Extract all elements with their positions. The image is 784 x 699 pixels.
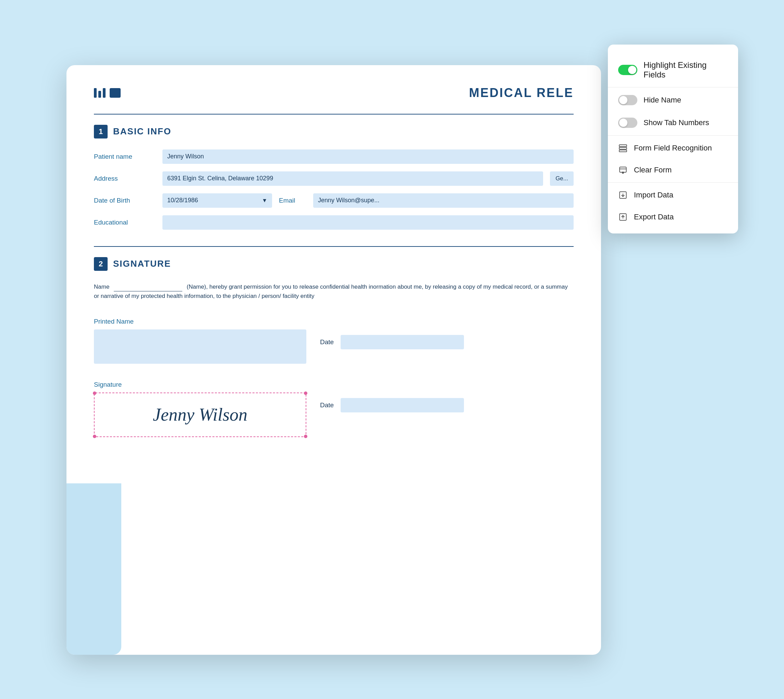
import-data-item[interactable]: Import Data — [608, 184, 738, 206]
patient-name-label: Patient name — [94, 153, 155, 161]
dob-label: Date of Birth — [94, 197, 155, 204]
signature-consent-text: Name (Name), hereby grant permission for… — [94, 282, 574, 301]
date-label-1: Date — [320, 338, 334, 346]
svg-rect-2 — [619, 150, 627, 152]
svg-rect-1 — [619, 147, 627, 149]
show-tab-numbers-row[interactable]: Show Tab Numbers — [608, 111, 738, 134]
document-header: MEDICAL RELE — [94, 86, 574, 100]
signature-section: Signature Jenny Wilson Date — [94, 381, 574, 437]
date-input-2[interactable] — [341, 398, 464, 412]
logo-square — [110, 88, 121, 98]
logo-bar-3 — [103, 88, 106, 98]
menu-divider-3 — [608, 182, 738, 183]
show-tab-knob — [619, 119, 627, 127]
highlight-fields-toggle[interactable] — [618, 65, 637, 75]
sig-date-row: Date — [320, 398, 574, 412]
document-content: MEDICAL RELE 1 BASIC INFO Patient name — [66, 65, 601, 458]
educational-label: Educational — [94, 219, 155, 226]
section-1-title: BASIC INFO — [113, 126, 171, 137]
clear-form-label: Clear Form — [634, 166, 672, 174]
educational-row: Educational — [94, 215, 574, 230]
export-data-item[interactable]: Export Data — [608, 206, 738, 228]
scene: MEDICAL RELE 1 BASIC INFO Patient name — [32, 24, 752, 675]
printed-name-section: Printed Name Date — [94, 318, 574, 364]
clear-form-icon — [618, 165, 628, 175]
dob-value: 10/28/1986 — [167, 197, 198, 204]
form-field-icon — [618, 143, 628, 153]
address-input[interactable] — [162, 171, 543, 186]
bg-blue-accent — [66, 484, 121, 655]
dropdown-arrow-icon: ▼ — [262, 197, 267, 204]
menu-divider-1 — [608, 87, 738, 88]
email-input[interactable] — [313, 193, 574, 208]
printed-name-input[interactable] — [94, 330, 306, 364]
patient-name-input[interactable] — [162, 149, 574, 164]
printed-name-label: Printed Name — [94, 318, 574, 325]
signature-value: Jenny Wilson — [153, 404, 247, 425]
export-icon — [618, 212, 628, 222]
basic-info-form: Patient name Address Ge... Date of Birth… — [94, 149, 574, 230]
dob-email-row: Date of Birth 10/28/1986 ▼ Email — [94, 193, 574, 208]
logo-bar-2 — [98, 91, 101, 98]
printed-date-row: Date — [320, 335, 574, 350]
sig-corner-br — [304, 435, 308, 438]
sig-corner-tr — [304, 391, 308, 395]
date-input-1[interactable] — [341, 335, 464, 350]
patient-name-row: Patient name — [94, 149, 574, 164]
section-2-title: SIGNATURE — [113, 258, 171, 269]
logo-bar-1 — [94, 88, 97, 98]
date-label-2: Date — [320, 401, 334, 409]
section-signature: 2 SIGNATURE Name (Name), hereby grant pe… — [94, 246, 574, 437]
form-field-recognition-label: Form Field Recognition — [634, 144, 712, 152]
address-label: Address — [94, 175, 155, 182]
hide-name-knob — [619, 96, 627, 104]
hide-name-label: Hide Name — [643, 96, 681, 104]
sig-corner-bl — [93, 435, 96, 438]
name-label-inline: Name — [94, 283, 109, 290]
show-tab-numbers-label: Show Tab Numbers — [643, 118, 709, 127]
context-menu: Highlight Existing Fields Hide Name Show… — [608, 45, 738, 234]
highlight-fields-row: Highlight Existing Fields — [608, 54, 738, 86]
sig-corner-tl — [93, 391, 96, 395]
show-tab-numbers-toggle[interactable] — [618, 118, 637, 128]
clear-form-item[interactable]: Clear Form — [608, 159, 738, 181]
educational-input[interactable] — [162, 215, 574, 230]
section-basic-info: 1 BASIC INFO Patient name Address Ge... — [94, 114, 574, 230]
import-data-label: Import Data — [634, 190, 673, 199]
address-row: Address Ge... — [94, 171, 574, 186]
logo — [94, 88, 121, 98]
section-1-header: 1 BASIC INFO — [94, 125, 574, 139]
hide-name-row[interactable]: Hide Name — [608, 89, 738, 111]
document-panel: MEDICAL RELE 1 BASIC INFO Patient name — [66, 65, 601, 655]
signature-label: Signature — [94, 381, 574, 388]
section-divider-2 — [94, 246, 574, 247]
dob-dropdown[interactable]: 10/28/1986 ▼ — [162, 193, 272, 208]
logo-bars — [94, 88, 106, 98]
highlight-fields-label: Highlight Existing Fields — [643, 60, 728, 80]
hide-name-toggle[interactable] — [618, 95, 637, 105]
form-field-recognition-item[interactable]: Form Field Recognition — [608, 137, 738, 159]
email-label: Email — [279, 197, 306, 204]
name-underline[interactable] — [114, 282, 182, 292]
section-divider-1 — [94, 114, 574, 114]
toggle-knob — [628, 66, 636, 74]
document-title: MEDICAL RELE — [469, 86, 574, 100]
svg-rect-3 — [620, 167, 626, 172]
export-data-label: Export Data — [634, 212, 674, 222]
section-2-header: 2 SIGNATURE — [94, 257, 574, 271]
signature-box[interactable]: Jenny Wilson — [94, 393, 306, 437]
svg-rect-0 — [619, 145, 627, 146]
geo-button[interactable]: Ge... — [550, 171, 574, 186]
section-2-number: 2 — [94, 257, 108, 271]
import-icon — [618, 190, 628, 200]
section-1-number: 1 — [94, 125, 108, 139]
